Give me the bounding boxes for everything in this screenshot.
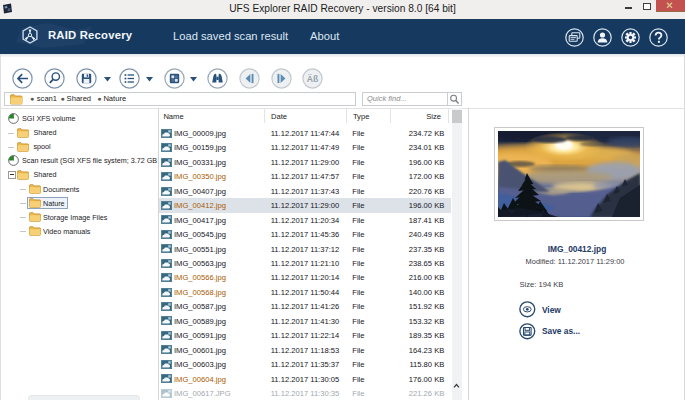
svg-text:Äß: Äß	[307, 73, 318, 83]
